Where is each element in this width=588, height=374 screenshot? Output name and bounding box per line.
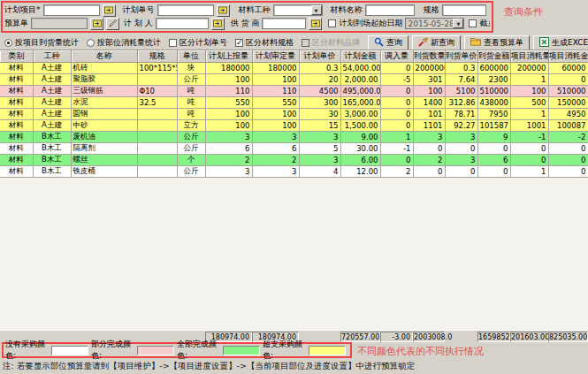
legend-swatch	[223, 346, 260, 355]
cell: 0	[548, 74, 588, 86]
cell: 1001	[510, 120, 548, 132]
cell: -1	[510, 132, 548, 143]
total-value: 1659852.0	[477, 332, 510, 342]
table-row[interactable]: 材料A土建水泥32.5吨550550300165,000.0001400312.…	[0, 97, 588, 109]
radio-by-part-consumption[interactable]: 按部位消耗量统计	[87, 37, 161, 49]
cell: 101587	[477, 120, 510, 132]
cell: 1	[510, 166, 548, 178]
cell: A土建	[33, 63, 71, 74]
radio-by-project-arrival[interactable]: 按项目到货量统计	[4, 37, 79, 49]
cell: 100*115*53	[137, 63, 177, 74]
spec-input[interactable]	[442, 4, 486, 16]
cell: 100	[205, 109, 252, 120]
budget-lookup-button[interactable]	[90, 18, 103, 30]
legend-label: 没有采购颜色:	[5, 339, 51, 362]
planner-input[interactable]	[156, 18, 209, 29]
cell: 6.00	[340, 155, 380, 166]
column-header[interactable]: 规格	[137, 50, 177, 63]
excel-button[interactable]: 生成EXCEL	[533, 35, 588, 50]
plan-project-label: 计划项目*	[4, 4, 41, 16]
table-row[interactable]: 材料A土建机砖100*115*53块1800001800000.354,000.…	[0, 63, 588, 74]
cell: 3	[299, 155, 340, 166]
column-header[interactable]: 工种	[33, 50, 71, 63]
column-header[interactable]: 到货单价	[445, 50, 477, 63]
materials-grid: 类别工种名称规格单位计划上报量计划审定量计划单价计划金额调入量到货数量到货单价到…	[0, 50, 588, 330]
cell: 15	[299, 120, 340, 132]
column-header[interactable]: 计划单价	[299, 50, 340, 63]
arrival-start-date-select[interactable]: 2015-05-28▼	[405, 18, 464, 29]
plan-no-input[interactable]	[157, 4, 214, 16]
excel-icon	[539, 37, 549, 49]
table-row[interactable]: 材料A土建聚脂胶公斤100100202,000.00-53017.6423001…	[0, 74, 588, 86]
cell: 材料	[0, 132, 33, 143]
table-row[interactable]: 材料A土建圆钢吨100100303,000.00010178.717950149…	[0, 109, 588, 120]
column-header[interactable]: 计划金额	[340, 50, 380, 63]
query-row-1: 计划项目* 计划单号 材料工种 ▼ 材料名称 规格	[4, 4, 490, 17]
cell: 0	[380, 109, 413, 120]
cell: 公斤	[177, 143, 205, 155]
budget-edit-button[interactable]	[106, 18, 119, 30]
deadline-checkbox[interactable]	[469, 19, 477, 27]
folder-button[interactable]: 查看预算单	[464, 35, 530, 50]
cell: 三级钢筋	[71, 86, 137, 97]
cell: 32.5	[137, 97, 177, 109]
table-row[interactable]: 材料A土建三级钢筋Φ10吨1101104500495,000.000100510…	[0, 86, 588, 97]
budget-input[interactable]	[31, 18, 88, 29]
column-header[interactable]: 项目消耗金额	[548, 50, 588, 63]
column-header[interactable]: 到货数量	[413, 50, 445, 63]
plan-project-input[interactable]	[43, 4, 100, 16]
cell: B木工	[33, 166, 71, 178]
column-header[interactable]: 计划审定量	[252, 50, 299, 63]
cell: 7.64	[445, 74, 477, 86]
cell: 立方	[177, 120, 205, 132]
table-row[interactable]: 材料B木工螺丝个2236.00023600	[0, 155, 588, 166]
cell: 2000000	[413, 63, 445, 74]
planner-lookup-button[interactable]	[211, 18, 225, 30]
column-header[interactable]: 计划上报量	[205, 50, 252, 63]
cell: 1	[510, 109, 548, 120]
column-header[interactable]: 调入量	[380, 50, 413, 63]
deadline-label: 截止日期	[479, 18, 490, 29]
cell: 101	[413, 109, 445, 120]
cell: -2	[548, 132, 588, 143]
cell: 30	[299, 109, 340, 120]
cell: 54,000.00	[340, 63, 380, 74]
table-row[interactable]: 材料B木工隔离剂公斤66530.00-100000	[0, 143, 588, 155]
materials-table: 类别工种名称规格单位计划上报量计划审定量计划单价计划金额调入量到货数量到货单价到…	[0, 50, 588, 178]
cell: -5	[380, 74, 413, 86]
supplier-lookup-button[interactable]	[309, 18, 322, 30]
plan-project-lookup-button[interactable]	[103, 4, 116, 17]
material-type-select[interactable]: ▼	[273, 4, 323, 16]
column-header[interactable]: 到货金额	[477, 50, 510, 63]
plan-no-lookup-button[interactable]	[217, 4, 230, 17]
supplier-input[interactable]	[262, 18, 306, 29]
legend-item: 部分完成颜色:	[91, 339, 174, 362]
column-header[interactable]: 项目消耗量	[510, 50, 548, 63]
lookup-icon	[218, 4, 227, 17]
cell: 180000	[252, 63, 299, 74]
material-type-label: 材料工种	[239, 4, 271, 16]
cell: 100	[252, 74, 299, 86]
table-row[interactable]: 材料A土建中砂立方100100151,500.000110192.2710158…	[0, 120, 588, 132]
material-name-input[interactable]	[365, 4, 415, 16]
cell: 100	[510, 86, 548, 97]
lookup-icon	[104, 4, 113, 17]
cell: 9.00	[340, 132, 380, 143]
column-header[interactable]: 类别	[0, 50, 33, 63]
cell: 100	[252, 109, 299, 120]
checkbox-distinguish-plan-no[interactable]: 区分计划单号	[169, 37, 227, 49]
checkbox-icon	[302, 39, 309, 47]
arrival-start-checkbox[interactable]	[328, 19, 336, 27]
search-button[interactable]: 查询	[368, 35, 409, 50]
cell: 180000	[205, 63, 252, 74]
checkbox-distinguish-spec[interactable]: 区分材料规格	[235, 37, 294, 49]
cell: 材料	[0, 63, 33, 74]
column-header[interactable]: 单位	[177, 50, 205, 63]
app-window: { "query": { "title": "查询条件", "plan_proj…	[0, 0, 588, 374]
cell: 0.3	[299, 63, 340, 74]
new-search-button[interactable]: 新查询	[412, 35, 461, 50]
table-row[interactable]: 材料B木工废机油公斤3339.001339-1-2	[0, 132, 588, 143]
table-row[interactable]: 材料B木工铁皮桶公斤33412.00200010	[0, 166, 588, 178]
cell: B木工	[33, 155, 71, 166]
column-header[interactable]: 名称	[71, 50, 137, 63]
